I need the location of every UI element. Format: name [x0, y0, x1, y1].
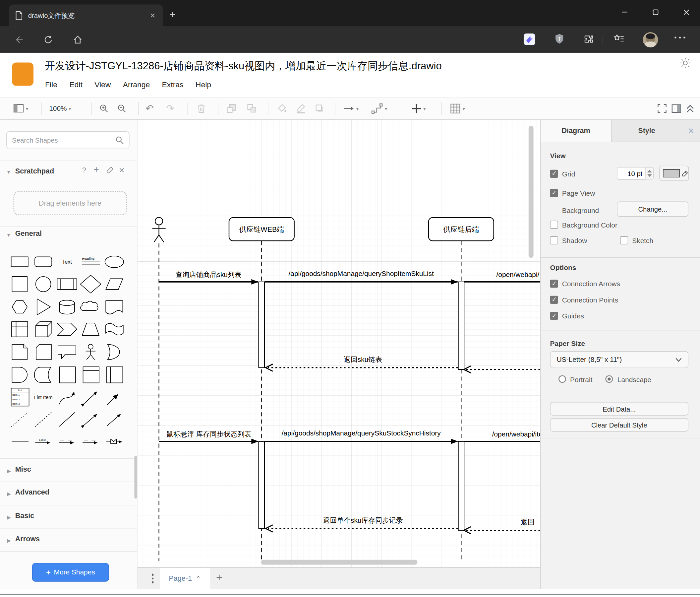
return-2b-label[interactable]: 返回	[521, 518, 534, 526]
menu-arrange[interactable]: Arrange	[123, 80, 150, 89]
extensions-puzzle-icon[interactable]	[583, 33, 595, 45]
grid-checkbox[interactable]	[550, 170, 558, 178]
table-icon[interactable]: ▾	[450, 103, 465, 114]
arrows-collapse-icon[interactable]: ▶	[7, 538, 11, 544]
grid-size-input[interactable]	[617, 167, 645, 180]
redo-icon[interactable]: ↷	[166, 103, 174, 114]
shadow-icon[interactable]	[314, 103, 325, 114]
sketch-checkbox[interactable]	[620, 237, 628, 244]
advanced-collapse-icon[interactable]: ▶	[7, 491, 11, 497]
shape-textbox[interactable]: Heading	[82, 257, 100, 266]
scratchpad-collapse-icon[interactable]: ▼	[6, 169, 11, 174]
shape-list-item[interactable]: List Item	[34, 395, 53, 400]
window-close-button[interactable]	[678, 6, 694, 18]
back-icon[interactable]	[13, 34, 24, 45]
waypoint-style-icon[interactable]: ▾	[372, 103, 388, 114]
menu-edit[interactable]: Edit	[69, 80, 82, 89]
page-tab[interactable]: Page-1 ⌃	[160, 568, 210, 589]
shape-dotted-line[interactable]	[11, 412, 27, 427]
shape-horizontal-container[interactable]	[107, 367, 123, 383]
section-basic[interactable]: Basic	[15, 512, 34, 520]
shape-rounded-rectangle[interactable]	[35, 257, 52, 267]
browser-menu-icon[interactable]	[673, 36, 686, 40]
to-front-icon[interactable]	[226, 103, 236, 114]
message-4-label[interactable]: 鼠标悬浮 库存同步状态列表	[166, 430, 251, 438]
shape-curve[interactable]	[59, 392, 74, 404]
activation-backend-2[interactable]	[458, 441, 464, 530]
to-back-icon[interactable]	[247, 103, 257, 114]
shape-parallelogram[interactable]	[106, 279, 123, 289]
shape-callout[interactable]	[58, 346, 76, 359]
grid-color-button[interactable]	[659, 166, 689, 181]
insert-icon[interactable]: ▾	[411, 103, 426, 114]
return-1-label[interactable]: 返回sku链表	[344, 356, 382, 363]
shape-cloud[interactable]	[80, 301, 98, 310]
scratchpad-help-icon[interactable]: ?	[82, 166, 86, 174]
home-icon[interactable]	[72, 34, 83, 45]
add-page-button[interactable]: +	[216, 571, 222, 584]
connection-arrows-checkbox[interactable]	[550, 280, 558, 288]
profile-avatar[interactable]	[643, 32, 658, 47]
browser-tab[interactable]: drawio文件预览 ✕	[9, 4, 163, 26]
scratchpad-dropzone[interactable]: Drag elements here	[13, 191, 127, 215]
shape-hexagon[interactable]	[12, 301, 27, 313]
shape-trapezoid[interactable]	[82, 323, 99, 336]
sidebar-scrollbar[interactable]	[134, 456, 137, 499]
activation-web-1[interactable]	[259, 282, 265, 368]
shadow-checkbox[interactable]	[550, 237, 558, 244]
tab-style[interactable]: Style	[611, 120, 682, 142]
zoom-in-icon[interactable]	[99, 103, 109, 114]
message-3-label[interactable]: /open/webapi/	[496, 271, 539, 278]
shape-cylinder[interactable]	[59, 300, 75, 314]
panel-close-icon[interactable]: ✕	[682, 120, 700, 142]
shape-directional-connector[interactable]	[107, 414, 120, 426]
shape-container[interactable]	[59, 367, 75, 383]
message-2-label[interactable]: /api/goods/shopManage/queryShopItemSkuLi…	[289, 270, 434, 277]
general-collapse-icon[interactable]: ▼	[6, 232, 11, 237]
scratchpad-close-icon[interactable]: ✕	[119, 166, 125, 175]
lifeline-box-web[interactable]: 供应链WEB端	[229, 218, 294, 241]
shape-triangle[interactable]	[37, 299, 50, 315]
edit-data-button[interactable]: Edit Data...	[550, 402, 689, 415]
section-misc[interactable]: Misc	[15, 465, 31, 474]
menu-file[interactable]: File	[45, 80, 57, 89]
shape-vertical-container[interactable]	[83, 367, 99, 383]
shape-diamond[interactable]	[80, 275, 101, 293]
connection-points-checkbox[interactable]	[550, 296, 558, 304]
shape-bidirectional-arrow[interactable]	[84, 392, 97, 403]
line-color-icon[interactable]	[296, 103, 306, 114]
paper-size-select[interactable]: US-Letter (8,5" x 11")	[550, 351, 689, 368]
menu-view[interactable]: View	[95, 80, 111, 89]
zoom-out-icon[interactable]	[117, 103, 127, 114]
actor-figure[interactable]	[152, 217, 166, 242]
scratchpad-edit-icon[interactable]	[106, 166, 114, 174]
shape-text[interactable]: Text	[62, 259, 72, 265]
undo-icon[interactable]: ↶	[146, 103, 154, 114]
fullscreen-icon[interactable]	[657, 103, 667, 114]
shape-square[interactable]	[12, 277, 27, 292]
guides-checkbox[interactable]	[550, 312, 558, 320]
favorites-hub-icon[interactable]	[612, 33, 625, 45]
shape-note[interactable]	[12, 344, 27, 360]
shape-list[interactable]: List Item 1 Item 2 Item 3	[11, 388, 29, 406]
section-advanced[interactable]: Advanced	[15, 488, 49, 496]
landscape-radio[interactable]	[605, 375, 613, 383]
return-2-label[interactable]: 返回单个sku库存同步记录	[323, 517, 403, 524]
shape-arrow-thick[interactable]	[107, 395, 118, 405]
shape-line[interactable]	[59, 412, 75, 427]
shape-and[interactable]	[12, 367, 27, 382]
diagram-canvas[interactable]: 供应链WEB端 供应链后端 查询店铺商品sku列表 /api/goods/sho…	[138, 120, 540, 568]
refresh-icon[interactable]	[43, 34, 53, 45]
change-background-button[interactable]: Change...	[617, 201, 689, 217]
extension-shield-icon[interactable]: T	[553, 33, 565, 46]
window-minimize-button[interactable]	[617, 6, 632, 18]
tab-close-icon[interactable]: ✕	[147, 10, 158, 22]
activation-web-2[interactable]	[259, 441, 265, 529]
grid-size-stepper[interactable]	[646, 167, 654, 180]
shape-rectangle[interactable]	[11, 257, 28, 267]
shape-message-arrow[interactable]	[106, 439, 122, 444]
pages-menu-icon[interactable]	[149, 572, 156, 585]
search-input[interactable]	[6, 132, 130, 148]
shape-tape[interactable]	[105, 324, 123, 335]
activation-backend-1[interactable]	[458, 282, 464, 369]
